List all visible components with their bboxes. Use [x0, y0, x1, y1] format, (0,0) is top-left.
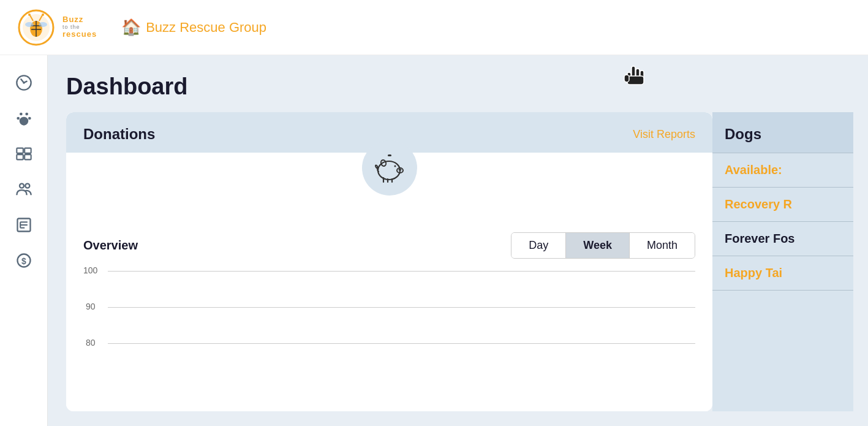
- donations-card: Donations Visit Reports: [66, 112, 712, 411]
- dogs-section-available: Available:: [712, 153, 853, 188]
- sidebar-item-people[interactable]: [9, 174, 39, 205]
- overview-label: Overview: [83, 238, 138, 253]
- svg-point-6: [25, 22, 34, 27]
- content-area: Dashboard Donations Visit Reports: [48, 55, 868, 426]
- dogs-section-forever-foster: Forever Fos: [712, 222, 853, 256]
- dogs-forever-foster-label: Forever Fos: [725, 232, 794, 245]
- svg-point-41: [400, 169, 401, 170]
- logo-icon: [15, 9, 58, 46]
- home-icon: 🏠: [121, 18, 141, 37]
- visit-reports-link[interactable]: Visit Reports: [633, 128, 695, 141]
- svg-point-29: [25, 184, 29, 188]
- content-row: Donations Visit Reports: [66, 112, 853, 411]
- dogs-panel: Dogs Available: Recovery R Forever Fos H…: [712, 112, 853, 411]
- piggy-bank-icon: [374, 152, 406, 184]
- chart-gridline-100: 100: [108, 271, 695, 272]
- svg-point-7: [39, 22, 47, 27]
- dogs-panel-header: Dogs: [712, 112, 853, 153]
- svg-rect-26: [17, 154, 23, 159]
- chart-gridline-90: 90: [108, 307, 695, 308]
- svg-text:$: $: [21, 256, 26, 266]
- chart-gridline-80: 80: [108, 343, 695, 344]
- svg-point-20: [20, 113, 23, 116]
- logo-text-rescues: rescues: [62, 30, 97, 39]
- svg-point-11: [42, 13, 44, 16]
- main-layout: $ Dashboard Donations Visit Reports: [0, 55, 868, 426]
- chart-area: 100 90 80: [83, 271, 695, 369]
- time-tabs: Day Week Month: [511, 232, 695, 259]
- svg-point-40: [398, 169, 399, 170]
- svg-point-23: [28, 117, 31, 120]
- tab-month[interactable]: Month: [630, 233, 695, 258]
- piggy-circle: [362, 140, 417, 196]
- tab-week[interactable]: Week: [566, 233, 630, 258]
- tab-day[interactable]: Day: [511, 233, 566, 258]
- svg-point-42: [394, 165, 396, 167]
- sidebar-item-gallery[interactable]: [9, 139, 39, 169]
- page-title: Dashboard: [66, 74, 853, 100]
- svg-point-21: [25, 113, 28, 116]
- chart-section: Overview Day Week Month: [66, 202, 712, 411]
- dogs-title: Dogs: [725, 126, 761, 142]
- dogs-available-label: Available:: [725, 163, 782, 177]
- sidebar-item-dashboard[interactable]: [9, 67, 39, 98]
- svg-rect-37: [388, 154, 391, 156]
- svg-point-19: [23, 82, 25, 84]
- chart-label-80: 80: [86, 338, 96, 348]
- sidebar-item-pets[interactable]: [9, 103, 39, 134]
- topbar: Buzz to the rescues 🏠 Buzz Rescue Group: [0, 0, 868, 55]
- chart-label-90: 90: [86, 302, 96, 311]
- svg-point-22: [17, 117, 20, 120]
- donations-inner: Donations Visit Reports: [66, 112, 712, 411]
- dogs-happy-tails-label: Happy Tai: [725, 266, 782, 280]
- svg-point-28: [20, 184, 24, 188]
- logo-text-buzz: Buzz: [62, 15, 97, 24]
- svg-rect-25: [25, 148, 31, 153]
- donations-title: Donations: [83, 126, 155, 143]
- chart-label-100: 100: [83, 265, 97, 275]
- sidebar: $: [0, 55, 48, 426]
- dogs-recovery-label: Recovery R: [725, 197, 792, 211]
- logo-area: Buzz to the rescues: [15, 9, 97, 46]
- svg-rect-24: [17, 148, 23, 153]
- dogs-section-happy-tails: Happy Tai: [712, 256, 853, 291]
- nav-label: Buzz Rescue Group: [146, 20, 266, 36]
- svg-point-9: [28, 13, 31, 16]
- dogs-section-recovery: Recovery R: [712, 188, 853, 222]
- home-nav-link[interactable]: 🏠 Buzz Rescue Group: [121, 18, 266, 37]
- sidebar-item-reports[interactable]: [9, 210, 39, 240]
- piggy-area: [66, 153, 712, 202]
- sidebar-item-donations[interactable]: $: [9, 245, 39, 276]
- chart-header: Overview Day Week Month: [83, 232, 695, 259]
- svg-rect-27: [25, 154, 31, 159]
